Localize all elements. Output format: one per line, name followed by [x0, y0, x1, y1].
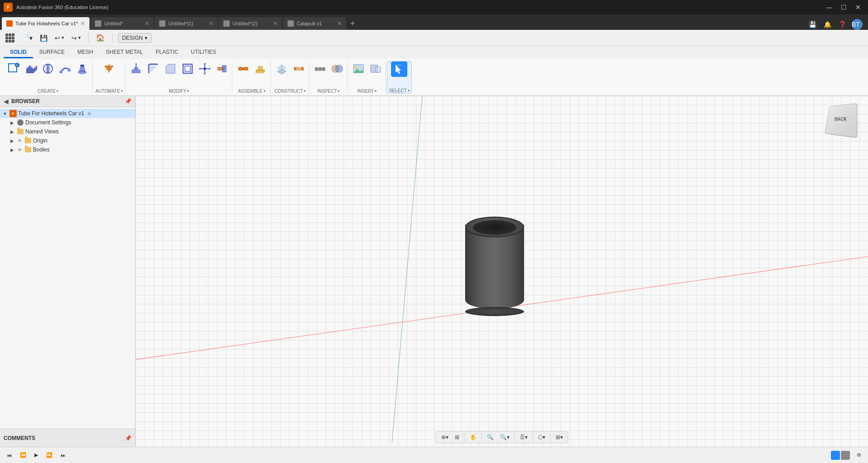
undo-button[interactable]: ↩▾: [53, 33, 66, 43]
vp-display-button[interactable]: ☰▾: [518, 433, 530, 441]
shell-button[interactable]: [179, 61, 196, 76]
maximize-button[interactable]: ☐: [837, 1, 850, 14]
notification-icon[interactable]: 🔔: [822, 20, 833, 29]
tree-arrow-doc-settings[interactable]: ▶: [9, 119, 15, 126]
viewport[interactable]: BACK ⊕▾ ⊞ ✋ 🔍 🔍▾ ☰▾ ⬡▾ ⊞▾: [136, 96, 868, 447]
timeline-next[interactable]: ⏩: [43, 451, 56, 459]
tab-close-untitled3[interactable]: ✕: [273, 20, 278, 27]
autosave-icon[interactable]: 💾: [807, 20, 818, 29]
settings-button[interactable]: ⚙: [854, 451, 864, 459]
select-label[interactable]: SELECT ▾: [389, 88, 410, 93]
eye-icon-bodies[interactable]: 👁: [17, 146, 23, 153]
timeline-rewind[interactable]: ⏮: [4, 451, 15, 459]
modify-label[interactable]: MODIFY ▾: [169, 89, 189, 94]
offset-plane-button[interactable]: [274, 61, 290, 76]
vp-appearance-button[interactable]: ⬡▾: [536, 433, 547, 441]
tab-untitled3[interactable]: Untitled*(2) ✕: [219, 17, 282, 30]
fillet-button[interactable]: [145, 61, 161, 76]
user-icon[interactable]: BT: [852, 19, 863, 30]
assemble-label[interactable]: ASSEMBLE ▾: [238, 89, 265, 94]
automate-label[interactable]: AUTOMATE ▾: [95, 89, 123, 94]
tab-solid[interactable]: SOLID: [4, 47, 33, 58]
tab-utilities[interactable]: UTILITIES: [184, 47, 222, 58]
tab-close-catapult[interactable]: ✕: [337, 20, 342, 27]
browser-pin-button[interactable]: 📌: [125, 98, 132, 104]
svg-rect-58: [376, 67, 381, 72]
home-button[interactable]: 🏠: [94, 33, 107, 43]
vp-grid-settings-button[interactable]: ⊞▾: [553, 433, 565, 441]
tab-untitled2[interactable]: Untitled*(1) ✕: [155, 17, 218, 30]
grid-menu-button[interactable]: [4, 33, 16, 43]
timeline-play[interactable]: ▶: [31, 451, 41, 459]
root-settings-icon[interactable]: ⚙: [87, 111, 91, 116]
press-pull-button[interactable]: [128, 61, 144, 76]
tree-item-named-views[interactable]: ▶ Named Views: [0, 127, 135, 136]
axis-button[interactable]: [291, 61, 307, 76]
new-tab-button[interactable]: +: [347, 17, 358, 30]
browser-collapse-button[interactable]: ◀: [4, 98, 9, 105]
model-icon: F: [9, 110, 17, 117]
tab-sheet-metal[interactable]: SHEET METAL: [99, 47, 149, 58]
tab-mesh[interactable]: MESH: [71, 47, 99, 58]
tree-arrow-named-views[interactable]: ▶: [9, 128, 15, 135]
vp-grid-button[interactable]: ⊞: [453, 433, 462, 441]
vp-zoom-fit-button[interactable]: 🔍: [485, 433, 496, 441]
tree-item-origin[interactable]: ▶ 👁 Origin: [0, 136, 135, 145]
vp-pan-button[interactable]: ✋: [467, 433, 479, 441]
insert-mesh-button[interactable]: [368, 61, 384, 76]
tab-untitled1[interactable]: Untitled* ✕: [90, 17, 154, 30]
create-label[interactable]: CREATE ▾: [38, 89, 58, 94]
view-cube-back-face[interactable]: BACK: [825, 103, 857, 138]
tab-tube[interactable]: Tube For Hotwheels Car v1* ✕: [2, 17, 90, 30]
tab-close-untitled1[interactable]: ✕: [145, 20, 149, 27]
history-item-1[interactable]: [841, 451, 850, 460]
vp-origin-button[interactable]: ⊕▾: [439, 433, 451, 441]
sweep-button[interactable]: [57, 61, 73, 76]
joint-button[interactable]: [235, 61, 251, 76]
insert-image-button[interactable]: [350, 61, 367, 76]
sketch-button[interactable]: +: [5, 61, 22, 76]
svg-point-55: [355, 66, 358, 69]
select-dropdown-arrow: ▾: [408, 89, 410, 93]
timeline-end[interactable]: ⏭: [57, 451, 69, 459]
tab-catapult[interactable]: Catapult v1 ✕: [283, 17, 346, 30]
extrude-button[interactable]: [23, 61, 39, 76]
minimize-button[interactable]: —: [823, 1, 835, 14]
file-menu-button[interactable]: 📄▾: [20, 33, 34, 43]
tab-close-untitled2[interactable]: ✕: [209, 20, 213, 27]
tree-item-doc-settings[interactable]: ▶ Document Settings: [0, 118, 135, 127]
tree-item-root[interactable]: ▼ F Tube For Hotwheels Car v1 ⚙: [0, 109, 135, 118]
tree-arrow-root[interactable]: ▼: [2, 110, 8, 117]
tree-arrow-origin[interactable]: ▶: [9, 137, 15, 144]
save-button[interactable]: 💾: [38, 33, 49, 43]
automate-button[interactable]: [101, 61, 117, 76]
ground-button[interactable]: [252, 61, 269, 76]
revolve-button[interactable]: [40, 61, 56, 76]
tab-surface[interactable]: SURFACE: [33, 47, 71, 58]
align-button[interactable]: [214, 61, 230, 76]
vp-zoom-button[interactable]: 🔍▾: [498, 433, 512, 441]
loft-button[interactable]: [74, 61, 90, 76]
tree-arrow-bodies[interactable]: ▶: [9, 146, 15, 153]
inspect-label[interactable]: INSPECT ▾: [317, 89, 340, 94]
help-icon[interactable]: ❓: [837, 20, 848, 29]
chamfer-button[interactable]: [162, 61, 179, 76]
tab-close-tube[interactable]: ✕: [80, 20, 85, 27]
tab-plastic[interactable]: PLASTIC: [149, 47, 184, 58]
move-button[interactable]: [197, 61, 213, 76]
history-item-active[interactable]: [831, 451, 840, 460]
redo-button[interactable]: ↪▾: [70, 33, 83, 43]
design-workspace-button[interactable]: DESIGN ▾: [118, 33, 151, 43]
construct-label[interactable]: CONSTRUCT ▾: [274, 89, 306, 94]
select-button[interactable]: [391, 61, 407, 77]
svg-point-26: [203, 67, 206, 70]
measure-button[interactable]: [312, 61, 328, 76]
close-button[interactable]: ✕: [852, 1, 864, 14]
eye-icon-origin[interactable]: 👁: [17, 137, 23, 144]
comments-pin-button[interactable]: 📌: [125, 435, 132, 441]
timeline-prev[interactable]: ⏪: [17, 451, 29, 459]
interference-button[interactable]: [329, 61, 345, 76]
tree-item-bodies[interactable]: ▶ 👁 Bodies: [0, 145, 135, 154]
insert-label[interactable]: INSERT ▾: [357, 89, 377, 94]
view-cube[interactable]: BACK: [825, 103, 861, 139]
